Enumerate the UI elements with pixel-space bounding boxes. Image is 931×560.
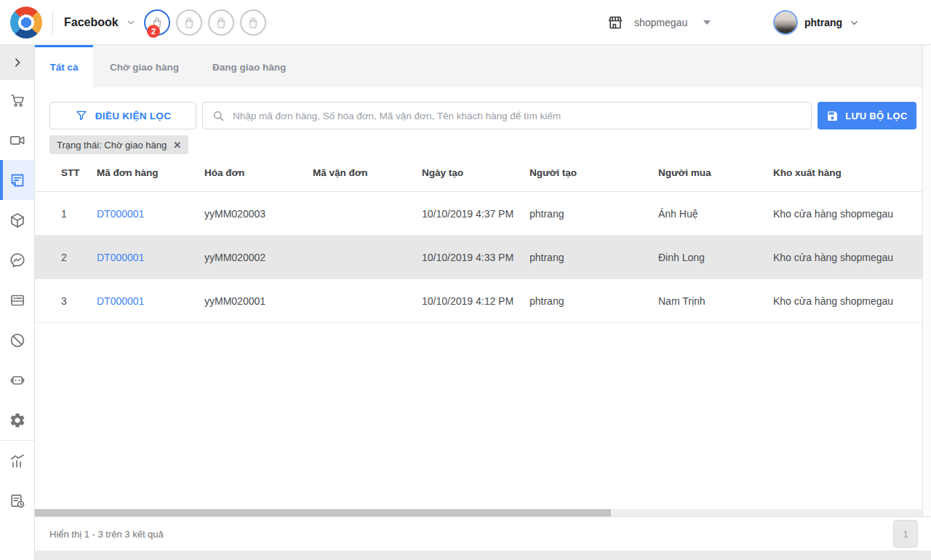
order-code-link[interactable]: DT000001 <box>97 208 144 220</box>
user-name: phtrang <box>804 17 842 28</box>
sidebar-item-reports[interactable] <box>0 481 34 521</box>
cell-stt: 1 <box>35 208 97 220</box>
analytics-icon <box>9 452 26 470</box>
cell-invoice: yyMM020002 <box>204 252 313 263</box>
storefront-icon <box>607 14 624 31</box>
pagination-page-1-button[interactable]: 1 <box>893 520 918 548</box>
column-header-invoice: Hóa đơn <box>204 167 313 178</box>
chevron-right-icon <box>12 57 23 68</box>
fanpage-switcher: 2 <box>144 9 266 36</box>
table-row[interactable]: 1 DT000001 yyMM020003 10/10/2019 4:37 PM… <box>35 192 931 236</box>
sidebar-item-settings[interactable] <box>0 400 34 440</box>
search-input[interactable] <box>233 111 802 121</box>
cell-invoice: yyMM020001 <box>204 295 313 307</box>
cell-creator: phtrang <box>530 252 658 263</box>
cell-creator: phtrang <box>530 295 658 307</box>
order-status-tabs: Tất cả Chờ giao hàng Đang giao hàng <box>35 45 931 87</box>
sidebar <box>0 45 35 560</box>
store-name: shopmegau <box>634 17 687 28</box>
column-header-created: Ngày tạo <box>422 167 530 178</box>
save-filter-button[interactable]: LƯU BỘ LỌC <box>818 102 916 129</box>
sidebar-item-blocklist[interactable] <box>0 320 34 360</box>
chip-close-icon[interactable]: ✕ <box>173 140 181 150</box>
cell-stt: 2 <box>35 252 97 263</box>
fanpage-button-4[interactable] <box>240 9 266 36</box>
package-icon <box>9 212 26 229</box>
bottom-strip <box>35 551 931 560</box>
fanpage-button-1[interactable]: 2 <box>144 9 170 36</box>
filter-conditions-button[interactable]: ĐIỀU KIỆN LỌC <box>49 102 196 129</box>
cell-invoice: yyMM020003 <box>204 208 313 220</box>
order-code-link[interactable]: DT000001 <box>97 295 144 307</box>
chevron-down-icon <box>126 17 136 28</box>
sidebar-item-livestream[interactable] <box>0 120 34 160</box>
pos-card-icon <box>9 292 26 309</box>
user-menu[interactable]: phtrang <box>773 0 860 45</box>
store-selector[interactable]: shopmegau <box>607 0 711 45</box>
messenger-icon <box>9 252 26 269</box>
order-code-link[interactable]: DT000001 <box>97 252 144 263</box>
cell-created: 10/10/2019 4:12 PM <box>422 295 530 307</box>
horizontal-scrollbar[interactable] <box>35 509 931 516</box>
shop-bag-icon <box>214 15 228 30</box>
table-row[interactable]: 3 DT000001 yyMM020001 10/10/2019 4:12 PM… <box>35 279 931 323</box>
table-row[interactable]: 2 DT000001 yyMM020002 10/10/2019 4:33 PM… <box>35 236 931 279</box>
cell-created: 10/10/2019 4:37 PM <box>422 208 530 220</box>
results-footer: Hiển thị 1 - 3 trên 3 kết quả 1 <box>35 516 931 551</box>
filter-toolbar: ĐIỀU KIỆN LỌC LƯU BỘ LỌC <box>49 102 916 129</box>
platform-selector[interactable]: Facebook <box>64 0 136 45</box>
sidebar-item-orders[interactable] <box>0 160 34 200</box>
sidebar-item-analytics[interactable] <box>0 441 34 481</box>
platform-label: Facebook <box>64 16 119 29</box>
tab-delivering[interactable]: Đang giao hàng <box>196 45 303 87</box>
vertical-scrollbar[interactable] <box>922 45 931 516</box>
bot-icon <box>9 372 26 389</box>
filter-conditions-label: ĐIỀU KIỆN LỌC <box>95 111 171 121</box>
active-filter-chips: Trạng thái: Chờ giao hàng ✕ <box>49 135 916 154</box>
funnel-icon <box>75 109 88 122</box>
tab-label: Đang giao hàng <box>212 62 286 73</box>
settings-icon <box>9 412 26 429</box>
horizontal-scrollbar-thumb[interactable] <box>35 509 611 516</box>
top-header: Facebook 2 <box>0 0 931 45</box>
cell-creator: phtrang <box>530 208 658 220</box>
results-summary: Hiển thị 1 - 3 trên 3 kết quả <box>49 529 164 540</box>
cell-created: 10/10/2019 4:33 PM <box>422 252 530 263</box>
tab-label: Tất cả <box>49 62 78 73</box>
column-header-warehouse: Kho xuất hàng <box>773 167 931 178</box>
sidebar-item-chatbot[interactable] <box>0 360 34 400</box>
column-header-tracking: Mã vận đơn <box>313 167 422 178</box>
cell-buyer: Nam Trịnh <box>658 295 773 307</box>
orders-table: STT Mã đơn hàng Hóa đơn Mã vận đơn Ngày … <box>35 154 931 323</box>
column-header-buyer: Người mua <box>658 167 773 178</box>
sidebar-expand-button[interactable] <box>0 45 34 80</box>
sidebar-item-messenger[interactable] <box>0 240 34 280</box>
block-icon <box>9 332 26 349</box>
column-header-stt: STT <box>35 167 97 178</box>
sidebar-item-products[interactable] <box>0 200 34 240</box>
sidebar-item-sales[interactable] <box>0 80 34 120</box>
save-icon <box>826 110 839 122</box>
cell-buyer: Ánh Huệ <box>658 208 773 220</box>
video-icon <box>9 132 26 149</box>
cell-warehouse: Kho cửa hàng shopmegau <box>773 208 931 220</box>
fanpage-button-2[interactable] <box>176 9 202 36</box>
tab-all[interactable]: Tất cả <box>35 45 93 87</box>
sidebar-item-pos[interactable] <box>0 280 34 320</box>
header-divider <box>52 10 53 35</box>
cell-warehouse: Kho cửa hàng shopmegau <box>773 295 931 307</box>
notification-badge: 2 <box>147 25 160 38</box>
tab-waiting-delivery[interactable]: Chờ giao hàng <box>93 45 196 87</box>
filter-chip-status: Trạng thái: Chờ giao hàng ✕ <box>49 135 188 154</box>
search-icon <box>212 109 225 123</box>
column-header-creator: Người tạo <box>530 167 658 178</box>
filter-chip-label: Trạng thái: Chờ giao hàng <box>57 140 167 151</box>
app-logo-icon[interactable] <box>10 7 42 39</box>
main-area: Tất cả Chờ giao hàng Đang giao hàng ĐIỀU… <box>35 45 931 560</box>
reports-icon <box>9 492 26 510</box>
save-filter-label: LƯU BỘ LỌC <box>845 111 907 121</box>
tab-label: Chờ giao hàng <box>110 62 179 73</box>
shop-bag-icon <box>182 15 196 30</box>
cell-warehouse: Kho cửa hàng shopmegau <box>773 252 931 263</box>
fanpage-button-3[interactable] <box>208 9 234 36</box>
